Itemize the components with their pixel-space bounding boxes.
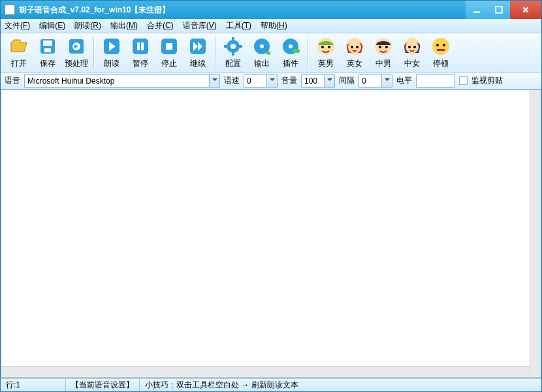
svg-point-15: [231, 44, 236, 49]
tb-label: 停顿: [433, 58, 449, 69]
voice-input[interactable]: [25, 75, 209, 87]
svg-point-21: [260, 44, 264, 48]
config-bar: 语音 语速 音量 间隔 电平 监视剪贴: [1, 73, 541, 90]
svg-rect-1: [496, 7, 502, 13]
svg-rect-3: [43, 41, 52, 46]
horizontal-scrollbar[interactable]: [1, 366, 530, 377]
app-icon: [5, 5, 15, 15]
svg-rect-17: [232, 52, 234, 56]
tb-label: 停止: [161, 58, 177, 69]
menu-h[interactable]: 帮助(H): [261, 20, 287, 31]
svg-point-41: [436, 44, 439, 46]
tb-face-m2[interactable]: 中男: [369, 35, 398, 71]
svg-rect-12: [166, 43, 172, 50]
tb-play[interactable]: 朗读: [97, 35, 126, 71]
tb-label: 中女: [404, 58, 420, 69]
svg-point-42: [443, 44, 445, 46]
tb-label: 打开: [11, 58, 27, 69]
tb-save[interactable]: 保存: [33, 35, 62, 71]
title-bar: 胡子语音合成_v7.02_for_win10【未注册】: [1, 1, 541, 19]
vertical-scrollbar[interactable]: [530, 90, 541, 377]
svg-rect-25: [293, 49, 300, 53]
tb-label: 暂停: [133, 58, 148, 69]
menu-e[interactable]: 编辑(E): [39, 20, 65, 31]
svg-rect-19: [238, 45, 242, 48]
svg-point-28: [328, 46, 330, 48]
status-line: 行:1: [1, 379, 66, 391]
volume-combo[interactable]: [301, 74, 335, 88]
tb-next[interactable]: 继续: [183, 35, 212, 71]
tb-label: 插件: [283, 58, 298, 69]
svg-rect-43: [437, 49, 445, 51]
menu-t[interactable]: 工具(T): [226, 20, 251, 31]
volume-input[interactable]: [302, 75, 324, 87]
tb-label: 英男: [318, 58, 334, 69]
svg-point-31: [351, 46, 353, 48]
disc-out-icon: [251, 36, 272, 57]
close-button[interactable]: [510, 1, 541, 19]
status-bar: 行:1 【当前语音设置】 小技巧：双击工具栏空白处 → 刷新朗读文本: [1, 378, 541, 391]
pause-icon: [130, 36, 151, 57]
tb-gear[interactable]: 配置: [219, 35, 247, 71]
svg-point-24: [289, 44, 293, 48]
tb-pause[interactable]: 暂停: [126, 35, 155, 71]
svg-rect-18: [224, 45, 228, 48]
chevron-down-icon[interactable]: [324, 75, 334, 87]
chevron-down-icon[interactable]: [381, 75, 392, 87]
menu-f[interactable]: 文件(F): [5, 20, 30, 31]
window-title: 胡子语音合成_v7.02_for_win10【未注册】: [19, 5, 466, 16]
text-editor[interactable]: [1, 90, 541, 378]
tb-disc-out[interactable]: 输出: [247, 35, 276, 71]
monitor-label: 监视剪贴: [471, 75, 503, 86]
svg-rect-9: [137, 42, 140, 50]
svg-rect-4: [44, 48, 51, 52]
tb-pre[interactable]: 预处理: [62, 35, 91, 71]
svg-point-38: [408, 46, 411, 48]
next-icon: [187, 36, 208, 57]
tb-face-f2[interactable]: 中女: [398, 35, 426, 71]
tb-label: 英女: [347, 58, 362, 69]
open-icon: [8, 36, 29, 57]
pre-icon: [66, 36, 87, 57]
svg-point-35: [385, 46, 388, 48]
maximize-button[interactable]: [488, 1, 510, 19]
gap-label: 间隔: [339, 75, 355, 86]
tb-face-pause[interactable]: 停顿: [426, 35, 455, 71]
tb-stop[interactable]: 停止: [155, 35, 183, 71]
gear-icon: [223, 36, 244, 57]
disc-plug-icon: [280, 36, 301, 57]
speed-input[interactable]: [244, 75, 266, 87]
menu-m[interactable]: 输出(M): [110, 20, 138, 31]
tb-label: 继续: [190, 58, 206, 69]
face-f1-icon: [344, 36, 365, 57]
voice-combo[interactable]: [24, 74, 220, 88]
chevron-down-icon[interactable]: [266, 75, 277, 87]
face-m1-icon: [315, 36, 336, 57]
svg-rect-0: [473, 11, 480, 12]
svg-point-32: [356, 46, 359, 48]
minimize-button[interactable]: [466, 1, 488, 19]
tb-face-m1[interactable]: 英男: [311, 35, 340, 71]
monitor-checkbox[interactable]: [459, 76, 468, 85]
gap-combo[interactable]: [359, 74, 392, 88]
menu-c[interactable]: 合并(C): [147, 20, 174, 31]
tb-disc-plug[interactable]: 插件: [276, 35, 305, 71]
level-label: 电平: [396, 75, 412, 86]
speed-label: 语速: [224, 75, 240, 86]
tb-label: 预处理: [65, 58, 88, 69]
gap-input[interactable]: [359, 75, 381, 87]
status-tip: 小技巧：双击工具栏空白处 → 刷新朗读文本: [140, 379, 304, 391]
face-f2-icon: [402, 36, 422, 57]
menu-r[interactable]: 朗读(R): [74, 20, 101, 31]
tb-face-f1[interactable]: 英女: [340, 35, 369, 71]
face-pause-icon: [430, 36, 451, 57]
svg-point-34: [379, 46, 381, 48]
menu-v[interactable]: 语音库(V): [183, 20, 217, 31]
tb-open[interactable]: 打开: [5, 35, 33, 71]
volume-label: 音量: [281, 75, 297, 86]
level-input[interactable]: [416, 74, 455, 88]
speed-combo[interactable]: [244, 74, 278, 88]
svg-point-40: [432, 38, 449, 55]
chevron-down-icon[interactable]: [209, 75, 219, 87]
svg-rect-8: [133, 39, 148, 54]
